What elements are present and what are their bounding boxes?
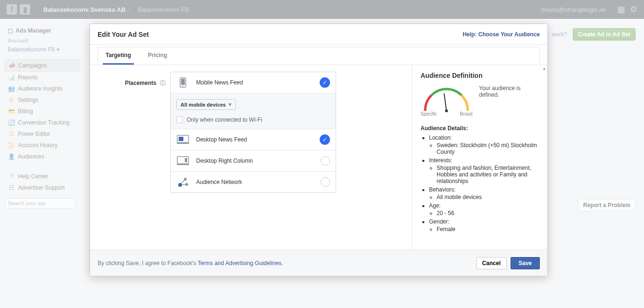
mobile-sub-options: All mobile devices▾ Only when connected …	[171, 93, 336, 129]
desktop-icon	[176, 134, 190, 145]
gauge-icon	[421, 85, 472, 113]
radio-off-icon	[321, 177, 330, 187]
aud-behaviors-val: All mobile devices	[437, 194, 539, 200]
radio-off-icon	[321, 156, 330, 166]
info-icon[interactable]: ⓘ	[160, 80, 165, 86]
aud-interests-label: Interests:	[429, 157, 452, 164]
placement-mobile-feed[interactable]: Mobile News Feed ✓	[171, 72, 336, 93]
svg-rect-8	[177, 164, 189, 165]
help-audience-link[interactable]: Help: Choose Your Audience	[462, 31, 540, 38]
mobile-icon	[176, 77, 190, 88]
audience-details-head: Audience Details:	[421, 125, 539, 132]
svg-rect-4	[179, 137, 183, 141]
svg-rect-7	[185, 158, 187, 162]
placement-right-column[interactable]: Desktop Right Column	[171, 150, 336, 172]
aud-interests-val: Shopping and fashion, Entertainment, Hob…	[437, 165, 539, 184]
scroll-up-icon: ▴	[543, 66, 545, 71]
tab-targeting[interactable]: Targeting	[103, 47, 134, 65]
edit-adset-modal: Edit Your Ad Set Help: Choose Your Audie…	[90, 24, 548, 214]
placements-box: Mobile News Feed ✓ All mobile devices▾ O…	[170, 72, 336, 193]
tab-pricing[interactable]: Pricing	[145, 47, 170, 65]
placement-audience-network[interactable]: Audience Network	[171, 172, 336, 192]
check-icon: ✓	[320, 77, 330, 88]
svg-point-15	[445, 109, 448, 112]
svg-point-2	[182, 86, 183, 87]
placement-label: Mobile News Feed	[196, 79, 320, 86]
desktop-icon	[176, 155, 190, 166]
aud-age-label: Age:	[429, 202, 441, 209]
svg-rect-1	[181, 79, 185, 85]
audience-title: Audience Definition	[421, 72, 539, 79]
placement-label: Audience Network	[196, 179, 321, 185]
placements-label: Placements	[125, 80, 157, 86]
modal-title: Edit Your Ad Set	[98, 31, 149, 38]
svg-point-11	[185, 183, 188, 186]
svg-line-13	[182, 184, 185, 185]
aud-location-label: Location:	[429, 134, 452, 141]
network-icon	[176, 176, 190, 188]
aud-location-val: Sweden: Stockholm (+50 mi) Stockholm Cou…	[437, 142, 539, 155]
wifi-checkbox[interactable]	[176, 117, 183, 123]
aud-age-val: 20 - 56	[437, 210, 539, 214]
placement-label: Desktop Right Column	[196, 158, 321, 164]
placement-desktop-feed[interactable]: Desktop News Feed ✓	[171, 129, 336, 150]
svg-rect-5	[177, 143, 189, 144]
device-select[interactable]: All mobile devices▾	[176, 99, 236, 110]
caret-down-icon: ▾	[229, 101, 231, 108]
placement-label: Desktop News Feed	[196, 136, 320, 143]
svg-line-12	[181, 180, 184, 183]
audience-panel: Audience Definition Specific	[412, 65, 547, 214]
audience-msg: Your audience is defined.	[479, 85, 539, 98]
wifi-label: Only when connected to Wi-Fi	[187, 117, 262, 123]
svg-line-14	[444, 93, 446, 111]
scrollbar[interactable]: ▴	[542, 65, 546, 214]
aud-behaviors-label: Behaviors:	[429, 186, 456, 193]
check-icon: ✓	[320, 134, 330, 145]
